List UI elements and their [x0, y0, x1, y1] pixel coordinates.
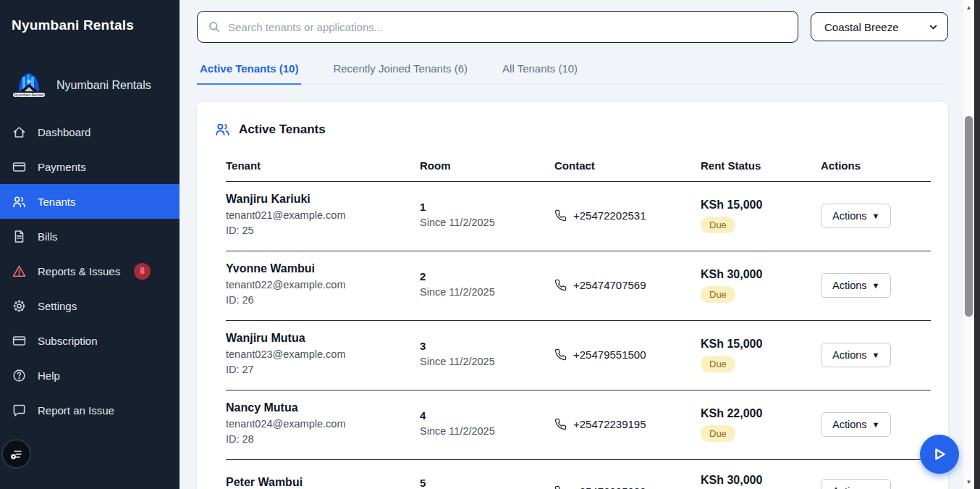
- tenant-phone: +25472995989: [573, 485, 646, 489]
- tenant-cell: Yvonne Wambui tenant022@example.com ID: …: [226, 262, 420, 308]
- column-header-room: Room: [420, 159, 554, 181]
- brand-block: Nyumbani Rentals Nyumbani Rentals: [12, 70, 168, 101]
- tenant-cell: Peter Wambui tenant025@example.com: [226, 476, 420, 489]
- chat-bubble-icon: [12, 403, 27, 418]
- rent-amount: KSh 15,000: [701, 198, 821, 212]
- row-actions-button[interactable]: Actions▼: [821, 412, 891, 437]
- row-actions-button[interactable]: Actions▼: [821, 273, 891, 298]
- sidebar-item-bills[interactable]: Bills: [0, 219, 179, 254]
- room-since: Since 11/2/2025: [420, 354, 554, 369]
- rent-status-cell: KSh 15,000 Due: [701, 198, 821, 233]
- sidebar-item-settings[interactable]: Settings: [0, 288, 179, 323]
- window-edge: [974, 0, 980, 489]
- actions-cell: Actions▼: [821, 343, 931, 367]
- vertical-scrollbar[interactable]: ▲ ▼: [962, 0, 974, 489]
- sidebar-item-dashboard[interactable]: Dashboard: [0, 114, 179, 149]
- room-number: 2: [420, 270, 554, 283]
- sidebar-item-help[interactable]: Help: [0, 358, 179, 393]
- rent-status-badge: Due: [701, 425, 735, 442]
- property-select[interactable]: Coastal Breeze: [811, 12, 948, 41]
- app-title: Nyumbani Rentals: [0, 0, 179, 33]
- table-row: Peter Wambui tenant025@example.com 5 Sin…: [226, 460, 931, 489]
- tenant-phone: +25479551500: [573, 348, 646, 361]
- rent-status-cell: KSh 30,000 Due: [701, 474, 821, 489]
- actions-button-label: Actions: [832, 349, 867, 361]
- scrollbar-down-arrow[interactable]: ▼: [963, 476, 975, 488]
- sidebar-item-payments[interactable]: Payments: [0, 149, 179, 184]
- sidebar-item-report-issue[interactable]: Report an Issue: [0, 393, 179, 427]
- tenant-id: ID: 26: [226, 293, 420, 308]
- tenant-cell: Wanjiru Kariuki tenant021@example.com ID…: [226, 193, 420, 238]
- tenant-phone: +25472239195: [573, 418, 646, 430]
- column-header-actions: Actions: [821, 159, 931, 181]
- search-input[interactable]: [228, 21, 787, 33]
- rent-amount: KSh 30,000: [701, 474, 821, 487]
- actions-button-label: Actions: [832, 280, 867, 291]
- users-icon: [12, 194, 27, 209]
- assistant-play-button[interactable]: [920, 435, 959, 474]
- contact-cell: +25472239195: [554, 418, 701, 430]
- card-header: Active Tenants: [214, 121, 931, 138]
- actions-cell: Actions▼: [821, 273, 931, 298]
- rent-status-cell: KSh 22,000 Due: [701, 407, 821, 442]
- home-icon: [12, 125, 27, 140]
- chevron-down-icon: [928, 22, 939, 33]
- tab-recently-joined-tenants[interactable]: Recently Joined Tenants (6): [330, 62, 470, 84]
- phone-icon: [554, 209, 567, 222]
- tenant-name: Wanjiru Kariuki: [226, 193, 420, 206]
- room-cell: 3 Since 11/2/2025: [420, 340, 554, 369]
- sidebar-item-label: Help: [38, 369, 60, 382]
- room-since: Since 11/2/2025: [420, 215, 554, 230]
- phone-icon: [554, 485, 567, 489]
- rent-amount: KSh 30,000: [701, 268, 821, 281]
- row-actions-button[interactable]: Actions▼: [821, 343, 891, 367]
- room-number: 1: [420, 201, 554, 213]
- card-title: Active Tenants: [239, 122, 326, 137]
- sidebar-item-subscription[interactable]: Subscription: [0, 323, 179, 358]
- table-header-row: Tenant Room Contact Rent Status Actions: [226, 159, 931, 182]
- property-select-value: Coastal Breeze: [824, 21, 899, 33]
- sidebar-item-label: Settings: [38, 300, 77, 312]
- search-icon: [208, 20, 221, 33]
- sidebar-item-tenants[interactable]: Tenants: [0, 184, 179, 219]
- room-cell: 5 Since 11/2/2025: [420, 477, 554, 489]
- room-since: Since 11/2/2025: [420, 285, 554, 300]
- row-actions-button[interactable]: Actions▼: [821, 479, 891, 489]
- brand-logo: Nyumbani Rentals: [12, 70, 46, 101]
- rent-amount: KSh 22,000: [701, 407, 821, 420]
- document-icon: [12, 229, 27, 244]
- table-body: Wanjiru Kariuki tenant021@example.com ID…: [226, 182, 931, 489]
- room-cell: 4 Since 11/2/2025: [420, 409, 554, 439]
- sidebar-item-reports-issues[interactable]: Reports & Issues 8: [0, 254, 179, 288]
- scrollbar-thumb[interactable]: [965, 116, 973, 317]
- rent-status-cell: KSh 15,000 Due: [701, 338, 821, 372]
- table-row: Wanjiru Mutua tenant023@example.com ID: …: [226, 321, 931, 390]
- actions-button-label: Actions: [832, 419, 867, 430]
- main-content: Coastal Breeze Active Tenants (10) Recen…: [179, 0, 962, 489]
- sidebar-nav: Dashboard Payments Tenants Bills Reports…: [0, 114, 179, 427]
- sidebar-widget-button[interactable]: [1, 439, 31, 469]
- tenant-email: tenant022@example.com: [226, 277, 420, 293]
- tenant-phone: +25474707569: [573, 279, 646, 291]
- rent-amount: KSh 15,000: [701, 338, 821, 351]
- tenant-id: ID: 27: [226, 362, 420, 377]
- row-actions-button[interactable]: Actions▼: [821, 204, 891, 228]
- brand-name: Nyumbani Rentals: [56, 79, 151, 92]
- table-row: Wanjiru Kariuki tenant021@example.com ID…: [226, 182, 931, 251]
- tenant-name: Peter Wambui: [226, 476, 420, 489]
- tenant-phone: +25472202531: [573, 209, 646, 222]
- actions-cell: Actions▼: [821, 204, 931, 228]
- header-row: Coastal Breeze: [179, 0, 962, 43]
- table-row: Yvonne Wambui tenant022@example.com ID: …: [226, 251, 931, 321]
- tab-active-tenants[interactable]: Active Tenants (10): [197, 62, 301, 84]
- room-cell: 1 Since 11/2/2025: [420, 201, 554, 230]
- tenants-table: Tenant Room Contact Rent Status Actions …: [226, 159, 931, 489]
- room-number: 5: [420, 477, 554, 489]
- room-number: 4: [420, 409, 554, 422]
- rent-status-cell: KSh 30,000 Due: [701, 268, 821, 303]
- tenant-name: Yvonne Wambui: [226, 262, 420, 275]
- active-tenants-card: Active Tenants Tenant Room Contact Rent …: [197, 102, 948, 489]
- scrollbar-up-arrow[interactable]: ▲: [963, 1, 975, 13]
- tab-all-tenants[interactable]: All Tenants (10): [499, 62, 580, 84]
- actions-button-label: Actions: [832, 210, 867, 222]
